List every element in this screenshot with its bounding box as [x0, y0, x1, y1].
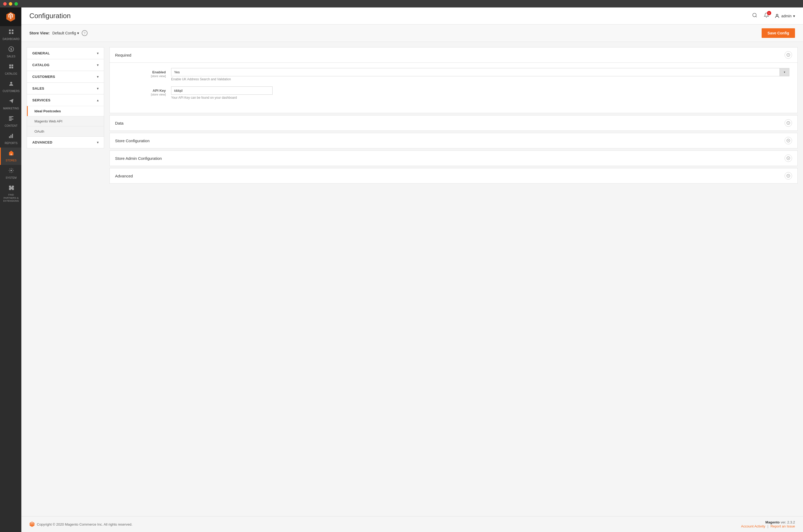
select-arrow-button[interactable]: ▾ [780, 68, 789, 76]
dashboard-icon [8, 29, 14, 36]
footer: Copyright © 2020 Magento Commerce Inc. A… [21, 516, 803, 532]
nav-section-general: GENERAL ▾ [27, 48, 104, 59]
content-area: GENERAL ▾ CATALOG ▾ CUSTOMERS ▾ [21, 42, 803, 516]
api-key-input[interactable] [171, 87, 273, 95]
store-view-bar: Store View: Default Config ▾ ? Save Conf… [21, 24, 803, 42]
extensions-icon [8, 185, 14, 192]
api-key-hint: Your API Key can be found on your dashbo… [171, 96, 789, 99]
sidebar-item-reports[interactable]: REPORTS [0, 130, 21, 148]
sidebar-item-find-partners[interactable]: FIND PARTNERS & EXTENSIONS [0, 182, 21, 205]
customers-icon [8, 81, 14, 88]
svg-rect-8 [11, 64, 13, 66]
sidebar-item-label: CATALOG [5, 72, 17, 76]
sidebar-item-label: MARKETING [3, 107, 19, 110]
marketing-icon [8, 98, 14, 106]
svg-point-10 [10, 82, 12, 84]
content-icon [8, 115, 14, 123]
admin-user-menu[interactable]: admin ▾ [774, 13, 795, 19]
enabled-select-wrapper: Yes No ▾ [171, 68, 789, 76]
user-icon [774, 13, 780, 19]
top-header: Configuration 1 admin ▾ [21, 7, 803, 24]
footer-magento-logo-icon [30, 521, 35, 527]
collapse-required-button[interactable] [785, 51, 792, 59]
config-section-header-required[interactable]: Required [110, 48, 797, 62]
svg-point-27 [787, 174, 790, 177]
nav-section-customers: CUSTOMERS ▾ [27, 71, 104, 83]
config-section-store-config: Store Configuration [109, 133, 798, 148]
svg-point-19 [11, 170, 12, 171]
sidebar-item-label: DASHBOARD [3, 37, 19, 41]
sidebar-logo [0, 7, 21, 26]
sidebar-item-system[interactable]: SYSTEM [0, 165, 21, 182]
config-section-title: Store Configuration [115, 138, 149, 143]
nav-section-label: SERVICES [32, 98, 51, 102]
search-button[interactable] [751, 12, 759, 20]
nav-section-header-services[interactable]: SERVICES ▴ [27, 94, 104, 106]
svg-line-21 [756, 16, 757, 17]
expand-store-admin-config-button[interactable] [785, 154, 792, 162]
svg-rect-18 [11, 154, 12, 155]
svg-point-22 [776, 14, 778, 16]
chevron-down-icon: ▾ [97, 52, 98, 55]
nav-sub-item-oauth[interactable]: OAuth [27, 126, 104, 136]
form-label-col-enabled: Enabled [store view] [118, 68, 171, 78]
config-section-body-required: Enabled [store view] Yes No ▾ [110, 62, 797, 113]
notification-badge: 1 [767, 11, 771, 15]
circle-down-icon [786, 156, 790, 160]
system-icon [8, 168, 14, 175]
expand-store-config-button[interactable] [785, 137, 792, 144]
sidebar-item-label: SYSTEM [6, 176, 17, 179]
main-content: Configuration 1 admin ▾ Store View: [21, 7, 803, 532]
left-nav: GENERAL ▾ CATALOG ▾ CUSTOMERS ▾ [27, 47, 104, 148]
config-section-title: Data [115, 121, 124, 126]
nav-section-label: GENERAL [32, 51, 50, 55]
notifications-button[interactable]: 1 [763, 12, 770, 20]
sidebar-item-stores[interactable]: STORES [0, 148, 21, 165]
save-config-button[interactable]: Save Config [762, 28, 795, 38]
minimize-button[interactable] [9, 2, 12, 6]
nav-sub-item-ideal-postcodes[interactable]: Ideal Postcodes [27, 106, 104, 116]
nav-section-header-advanced[interactable]: ADVANCED ▾ [27, 137, 104, 148]
expand-advanced-button[interactable] [785, 172, 792, 179]
store-view-select[interactable]: Default Config ▾ [52, 31, 79, 35]
form-row-enabled: Enabled [store view] Yes No ▾ [118, 68, 789, 81]
sidebar-item-catalog[interactable]: CATALOG [0, 61, 21, 78]
close-button[interactable] [3, 2, 7, 6]
svg-point-20 [752, 13, 756, 17]
sidebar: DASHBOARD $ SALES CATALOG CUSTOMERS MARK… [0, 7, 21, 532]
help-icon[interactable]: ? [82, 30, 88, 36]
report-issue-link[interactable]: Report an Issue [770, 524, 795, 528]
header-actions: 1 admin ▾ [751, 12, 795, 20]
nav-section-header-sales[interactable]: SALES ▾ [27, 83, 104, 94]
nav-section-sales: SALES ▾ [27, 83, 104, 94]
catalog-icon [8, 63, 14, 71]
search-icon [752, 13, 757, 18]
maximize-button[interactable] [14, 2, 18, 6]
enabled-hint: Enable UK Address Search and Validation [171, 77, 789, 81]
sidebar-item-sales[interactable]: $ SALES [0, 43, 21, 61]
nav-section-label: CATALOG [32, 63, 50, 67]
chevron-up-icon: ▴ [97, 98, 98, 102]
enabled-select[interactable]: Yes No [171, 68, 780, 76]
sidebar-item-content[interactable]: CONTENT [0, 113, 21, 130]
account-activity-link[interactable]: Account Activity [741, 524, 765, 528]
svg-rect-9 [11, 67, 13, 68]
nav-section-header-general[interactable]: GENERAL ▾ [27, 48, 104, 59]
config-section-header-advanced[interactable]: Advanced [110, 168, 797, 183]
sidebar-item-marketing[interactable]: MARKETING [0, 96, 21, 113]
nav-section-label: CUSTOMERS [32, 75, 55, 79]
nav-section-header-catalog[interactable]: CATALOG ▾ [27, 59, 104, 71]
sidebar-item-customers[interactable]: CUSTOMERS [0, 78, 21, 96]
config-section-header-store-admin-config[interactable]: Store Admin Configuration [110, 151, 797, 166]
expand-data-button[interactable] [785, 119, 792, 127]
sidebar-item-dashboard[interactable]: DASHBOARD [0, 26, 21, 43]
nav-sub-item-magento-web-api[interactable]: Magento Web API [27, 116, 104, 126]
question-mark: ? [83, 31, 86, 35]
config-section-header-store-config[interactable]: Store Configuration [110, 133, 797, 148]
footer-links: Account Activity | Report an Issue [741, 524, 795, 528]
nav-section-header-customers[interactable]: CUSTOMERS ▾ [27, 71, 104, 82]
svg-rect-11 [9, 116, 13, 117]
config-section-header-data[interactable]: Data [110, 115, 797, 131]
circle-up-icon [786, 53, 790, 57]
svg-rect-17 [12, 134, 13, 138]
